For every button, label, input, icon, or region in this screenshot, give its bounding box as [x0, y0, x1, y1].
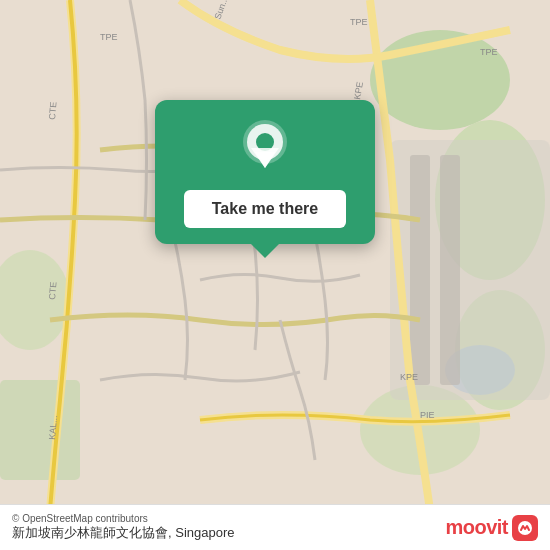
svg-text:CTE: CTE — [47, 101, 59, 120]
map-pin-icon — [241, 120, 289, 178]
moovit-text: moovit — [445, 516, 508, 539]
svg-text:TPE: TPE — [100, 32, 118, 42]
bottom-left: © OpenStreetMap contributors 新加坡南少林龍師文化協… — [12, 513, 235, 542]
svg-text:PIE: PIE — [420, 410, 435, 420]
svg-text:TPE: TPE — [480, 47, 498, 57]
map-svg: CTE CTE KAL... KPE KPE PIE TPE TPE TPE S… — [0, 0, 550, 550]
bottom-bar: © OpenStreetMap contributors 新加坡南少林龍師文化協… — [0, 504, 550, 550]
svg-text:CTE: CTE — [47, 281, 59, 300]
moovit-logo: moovit — [445, 515, 538, 541]
moovit-icon — [512, 515, 538, 541]
map-container: CTE CTE KAL... KPE KPE PIE TPE TPE TPE S… — [0, 0, 550, 550]
svg-rect-9 — [410, 155, 430, 385]
svg-text:KAL...: KAL... — [47, 415, 59, 440]
svg-rect-10 — [440, 155, 460, 385]
popup-card: Take me there — [155, 100, 375, 244]
map-attribution: © OpenStreetMap contributors — [12, 513, 235, 524]
place-name: 新加坡南少林龍師文化協會, Singapore — [12, 524, 235, 542]
svg-text:TPE: TPE — [350, 17, 368, 27]
svg-rect-5 — [0, 380, 80, 480]
take-me-there-button[interactable]: Take me there — [184, 190, 346, 228]
svg-text:KPE: KPE — [400, 372, 418, 382]
